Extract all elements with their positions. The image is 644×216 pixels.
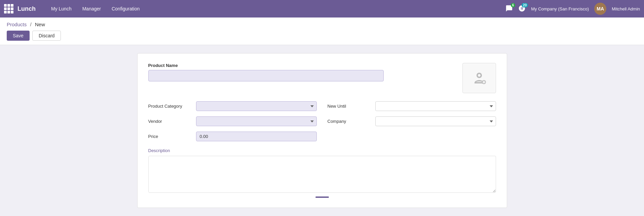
form-card: Product Name Product Category xyxy=(137,53,507,208)
product-category-row: Product Category xyxy=(148,101,317,111)
vendor-row: Vendor xyxy=(148,116,317,126)
company-label: Company xyxy=(328,119,371,124)
price-input[interactable] xyxy=(196,132,317,141)
user-name[interactable]: Mitchell Admin xyxy=(612,6,640,11)
breadcrumb-current: New xyxy=(35,22,45,27)
product-name-section: Product Name xyxy=(148,63,454,81)
chat-notification-icon[interactable]: 6 xyxy=(505,5,513,13)
description-section: Description xyxy=(148,148,496,194)
product-category-label: Product Category xyxy=(148,104,192,109)
top-navigation: Lunch My Lunch Manager Configuration 6 2… xyxy=(0,0,644,17)
price-row: Price xyxy=(148,132,317,141)
breadcrumb-separator: / xyxy=(30,22,31,27)
vendor-label: Vendor xyxy=(148,119,192,124)
new-until-row: New Until xyxy=(328,101,496,111)
chat-badge: 6 xyxy=(511,3,516,7)
company-label: My Company (San Francisco) xyxy=(531,6,589,11)
page-header: Products / New Save Discard xyxy=(0,17,644,45)
price-label: Price xyxy=(148,134,192,139)
breadcrumb-parent[interactable]: Products xyxy=(7,22,27,27)
new-until-select[interactable] xyxy=(375,101,496,111)
main-menu: My Lunch Manager Configuration xyxy=(46,4,505,13)
product-name-input[interactable] xyxy=(148,70,384,81)
breadcrumb: Products / New xyxy=(7,22,637,27)
form-top-section: Product Name xyxy=(148,63,496,93)
header-right: 6 20 My Company (San Francisco) MA Mitch… xyxy=(505,3,640,15)
main-content: Product Name Product Category xyxy=(0,45,644,216)
fields-grid: Product Category New Until Vendor xyxy=(148,101,496,141)
save-button[interactable]: Save xyxy=(7,31,30,41)
apps-grid-icon[interactable] xyxy=(4,4,13,13)
nav-my-lunch[interactable]: My Lunch xyxy=(46,4,76,13)
product-category-select[interactable] xyxy=(196,101,317,111)
empty-cell xyxy=(328,132,496,141)
photo-upload-button[interactable] xyxy=(462,63,496,93)
avatar[interactable]: MA xyxy=(594,3,606,15)
product-name-label: Product Name xyxy=(148,63,454,68)
description-label: Description xyxy=(148,148,496,153)
company-select[interactable] xyxy=(375,116,496,126)
action-buttons: Save Discard xyxy=(7,31,637,41)
company-row: Company xyxy=(328,116,496,126)
scrollbar-indicator xyxy=(315,196,329,198)
app-logo: Lunch xyxy=(17,5,36,12)
description-textarea[interactable] xyxy=(148,156,496,193)
new-until-label: New Until xyxy=(328,104,371,109)
activity-badge: 20 xyxy=(522,3,528,7)
nav-configuration[interactable]: Configuration xyxy=(107,4,144,13)
nav-manager[interactable]: Manager xyxy=(78,4,106,13)
vendor-select[interactable] xyxy=(196,116,317,126)
activity-notification-icon[interactable]: 20 xyxy=(518,5,526,13)
discard-button[interactable]: Discard xyxy=(32,31,61,41)
